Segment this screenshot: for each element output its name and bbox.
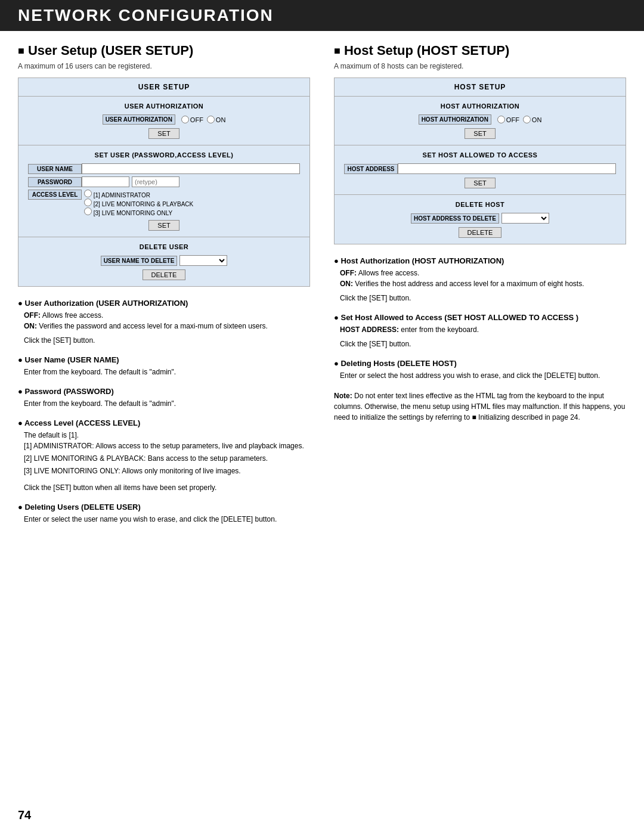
host-address-to-delete-label: HOST ADDRESS TO DELETE [411, 213, 499, 224]
access-level-label: ACCESS LEVEL [28, 190, 82, 200]
host-auth-desc-title: ● Host Authorization (HOST AUTHORIZATION… [334, 256, 626, 265]
access-level-desc-title: ● Access Level (ACCESS LEVEL) [18, 418, 310, 427]
host-address-label: HOST ADDRESS [344, 164, 398, 174]
user-setup-title: User Setup (USER SETUP) [18, 43, 310, 58]
set-host-set-button[interactable]: SET [465, 178, 495, 188]
set-host-desc: ● Set Host Allowed to Access (SET HOST A… [334, 313, 626, 349]
user-name-desc: ● User Name (USER NAME) Enter from the k… [18, 355, 310, 377]
user-auth-set-button[interactable]: SET [148, 128, 179, 139]
access-level-3-radio[interactable]: [3] LIVE MONITORING ONLY [84, 207, 172, 216]
delete-user-desc: ● Deleting Users (DELETE USER) Enter or … [18, 503, 310, 525]
delete-user-button[interactable]: DELETE [143, 269, 186, 280]
user-auth-off-radio[interactable]: OFF [181, 116, 203, 123]
host-address-input[interactable] [398, 163, 616, 174]
user-setup-box-title: USER SETUP [18, 78, 309, 97]
host-auth-desc: ● Host Authorization (HOST AUTHORIZATION… [334, 256, 626, 303]
delete-user-desc-title: ● Deleting Users (DELETE USER) [18, 503, 310, 511]
host-auth-on-radio[interactable]: ON [523, 116, 542, 123]
page-header: NETWORK CONFIGURATION [0, 0, 644, 31]
delete-host-desc: ● Deleting Hosts (DELETE HOST) Enter or … [334, 359, 626, 381]
host-auth-radios: OFF ON [497, 116, 542, 123]
note-section: Note: Do not enter text lines effective … [334, 390, 626, 423]
password-label: PASSWORD [28, 177, 82, 187]
access-level-options: [1] ADMINISTRATOR [2] LIVE MONITORING & … [84, 190, 193, 216]
user-setup-box: USER SETUP USER AUTHORIZATION USER AUTHO… [18, 77, 310, 287]
host-setup-title: Host Setup (HOST SETUP) [334, 43, 626, 58]
delete-host-button[interactable]: DELETE [459, 227, 502, 238]
delete-host-desc-title: ● Deleting Hosts (DELETE HOST) [334, 359, 626, 368]
user-auth-on-radio[interactable]: ON [207, 116, 226, 123]
host-auth-title: HOST AUTHORIZATION [344, 103, 616, 110]
user-auth-radios: OFF ON [181, 116, 226, 123]
set-user-set-button[interactable]: SET [148, 220, 179, 231]
access-level-1-radio[interactable]: [1] ADMINISTRATOR [84, 190, 150, 199]
user-setup-subtitle: A maximum of 16 users can be registered. [18, 62, 310, 70]
user-auth-label: USER AUTHORIZATION [103, 114, 175, 125]
password-desc-title: ● Password (PASSWORD) [18, 387, 310, 396]
set-host-desc-title: ● Set Host Allowed to Access (SET HOST A… [334, 313, 626, 322]
access-level-desc: ● Access Level (ACCESS LEVEL) The defaul… [18, 418, 310, 493]
user-auth-desc-title: ● User Authorization (USER AUTHORIZATION… [18, 299, 310, 308]
delete-host-section: DELETE HOST HOST ADDRESS TO DELETE DELET… [335, 195, 626, 244]
host-auth-label: HOST AUTHORIZATION [419, 114, 491, 125]
set-host-title: SET HOST ALLOWED TO ACCESS [344, 151, 616, 159]
host-auth-off-radio[interactable]: OFF [497, 116, 519, 123]
set-user-section: SET USER (PASSWORD,ACCESS LEVEL) USER NA… [18, 145, 309, 237]
user-auth-desc: ● User Authorization (USER AUTHORIZATION… [18, 299, 310, 346]
page-number: 74 [18, 808, 31, 822]
user-auth-section: USER AUTHORIZATION USER AUTHORIZATION OF… [18, 97, 309, 145]
user-name-to-delete-dropdown[interactable] [179, 255, 227, 266]
host-auth-section: HOST AUTHORIZATION HOST AUTHORIZATION OF… [335, 97, 626, 145]
password-retype-input[interactable] [132, 176, 179, 187]
user-name-desc-title: ● User Name (USER NAME) [18, 355, 310, 364]
delete-host-title: DELETE HOST [344, 201, 616, 208]
host-setup-subtitle: A maximum of 8 hosts can be registered. [334, 62, 626, 70]
host-setup-box: HOST SETUP HOST AUTHORIZATION HOST AUTHO… [334, 77, 626, 244]
password-input[interactable] [82, 176, 129, 187]
set-host-section: SET HOST ALLOWED TO ACCESS HOST ADDRESS … [335, 145, 626, 195]
user-name-to-delete-label: USER NAME TO DELETE [101, 256, 178, 266]
host-address-to-delete-dropdown[interactable] [501, 213, 549, 224]
delete-user-section: DELETE USER USER NAME TO DELETE DELETE [18, 237, 309, 286]
delete-user-title: DELETE USER [28, 243, 300, 250]
user-name-input[interactable] [82, 163, 300, 174]
password-desc: ● Password (PASSWORD) Enter from the key… [18, 387, 310, 409]
host-auth-set-button[interactable]: SET [465, 128, 495, 139]
user-name-label: USER NAME [28, 164, 82, 174]
set-user-title: SET USER (PASSWORD,ACCESS LEVEL) [28, 151, 300, 159]
host-setup-box-title: HOST SETUP [335, 78, 626, 97]
page-title: NETWORK CONFIGURATION [18, 6, 626, 25]
access-level-2-radio[interactable]: [2] LIVE MONITORING & PLAYBACK [84, 199, 193, 207]
user-auth-title: USER AUTHORIZATION [28, 103, 300, 110]
